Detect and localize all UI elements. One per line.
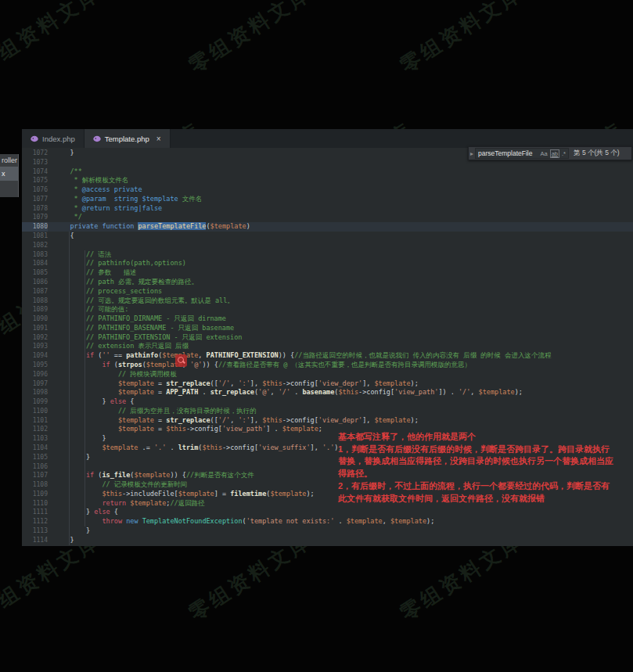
regex-icon[interactable]: .* xyxy=(562,150,566,157)
code-text xyxy=(48,158,54,167)
code-line-1112[interactable]: 1112 throw new TemplateNotFoundException… xyxy=(22,517,633,526)
line-number: 1099 xyxy=(22,397,48,407)
line-number: 1109 xyxy=(22,490,48,499)
code-text: $template .= '.' . ltrim($this->config['… xyxy=(48,444,343,453)
code-line-1078[interactable]: 1078 * @return string|false xyxy=(22,204,633,214)
popup-item[interactable]: x xyxy=(0,167,18,181)
code-line-1095[interactable]: 1095 if (strpos($template, '@')) {//查看路径… xyxy=(22,361,633,370)
code-line-1087[interactable]: 1087 // process_sections xyxy=(22,287,633,296)
tab-label: Index.php xyxy=(42,135,75,143)
line-number: 1100 xyxy=(22,407,48,416)
code-line-1084[interactable]: 1084 // pathinfo(path,options) xyxy=(22,259,633,268)
code-text: $template = str_replace(['/', ':'], $thi… xyxy=(48,379,419,389)
watermark-text: 零组资料文库 xyxy=(184,0,317,79)
code-line-1096[interactable]: 1096 // 跨模块调用模板 xyxy=(22,370,633,379)
line-number: 1092 xyxy=(22,333,48,343)
code-line-1081[interactable]: 1081 { xyxy=(22,232,633,241)
popup-item[interactable]: roller xyxy=(0,154,18,167)
code-line-1086[interactable]: 1086 // path 必需。规定要检查的路径。 xyxy=(22,278,633,287)
code-line-1076[interactable]: 1076 * @access private xyxy=(22,185,633,195)
code-line-1099[interactable]: 1099 } else { xyxy=(22,397,633,407)
line-number: 1076 xyxy=(22,185,48,195)
code-line-1114[interactable]: 1114 } xyxy=(22,536,633,545)
annotation-text: 基本都写注释了，他的作用就是两个1，判断是否有后缀没有后缀的时候，判断是否跨目录… xyxy=(338,431,633,505)
code-line-1098[interactable]: 1098 $template = APP_PATH . str_replace(… xyxy=(22,388,633,397)
code-text: * @access private xyxy=(48,185,142,195)
find-expand-chevron[interactable]: ▸ xyxy=(469,150,475,157)
line-number: 1090 xyxy=(22,314,48,324)
whole-word-icon[interactable]: ab xyxy=(550,149,559,158)
code-text: // 可选。规定要返回的数组元素。默认是 all。 xyxy=(48,296,234,306)
annotation-line: 2，有后缀时，不过上面的流程，执行一个都要经过的代码，判断是否有 xyxy=(338,480,633,493)
tab-close-icon[interactable]: × xyxy=(156,135,161,142)
line-number: 1094 xyxy=(22,351,48,361)
find-result-count: 第 5 个(共 5 个) xyxy=(574,149,620,158)
line-number: 1095 xyxy=(22,361,48,370)
code-line-1082[interactable]: 1082 xyxy=(22,241,633,250)
line-number: 1113 xyxy=(22,526,48,536)
line-number: 1103 xyxy=(22,434,48,444)
code-text: * 解析模板文件名 xyxy=(48,176,128,185)
code-line-1115[interactable]: 1115 xyxy=(22,545,633,546)
line-number: 1078 xyxy=(22,204,48,214)
tab-template-php[interactable]: Template.php× xyxy=(85,129,171,148)
line-number: 1086 xyxy=(22,278,48,287)
code-line-1088[interactable]: 1088 // 可选。规定要返回的数组元素。默认是 all。 xyxy=(22,296,633,306)
line-number: 1075 xyxy=(22,176,48,185)
code-line-1075[interactable]: 1075 * 解析模板文件名 xyxy=(22,176,633,185)
line-number: 1097 xyxy=(22,379,48,389)
line-number: 1077 xyxy=(22,195,48,204)
code-line-1091[interactable]: 1091 // PATHINFO_BASENAME - 只返回 basename xyxy=(22,324,633,333)
code-line-1097[interactable]: 1097 $template = str_replace(['/', ':'],… xyxy=(22,379,633,389)
screenshot-root: 零组资料文库零组资料文库零组资料文库零组资料文库零组资料文库零组资料文库零组资料… xyxy=(0,0,633,672)
line-number: 1074 xyxy=(22,167,48,177)
code-line-1100[interactable]: 1100 // 后缀为空并且，没有跨目录的时候，执行的 xyxy=(22,407,633,416)
code-text: // 可能的值: xyxy=(48,305,128,314)
code-text: return $template;//返回路径 xyxy=(48,499,205,508)
code-line-1101[interactable]: 1101 $template = str_replace(['/', ':'],… xyxy=(22,416,633,426)
annotation-line: 基本都写注释了，他的作用就是两个 xyxy=(338,431,633,444)
code-line-1111[interactable]: 1111 } else { xyxy=(22,508,633,517)
code-line-1093[interactable]: 1093 // extension 表示只返回 后缀 xyxy=(22,342,633,351)
tab-bar: Index.phpTemplate.php× xyxy=(22,129,633,148)
code-line-1113[interactable]: 1113 } xyxy=(22,526,633,536)
line-number: 1115 xyxy=(22,545,48,546)
line-number: 1073 xyxy=(22,158,48,167)
line-number: 1085 xyxy=(22,268,48,278)
code-line-1074[interactable]: 1074 /** xyxy=(22,167,633,177)
match-case-icon[interactable]: Aa xyxy=(540,150,547,157)
code-text: } xyxy=(48,526,90,536)
line-number: 1080 xyxy=(22,222,48,232)
line-number: 1082 xyxy=(22,241,48,250)
tab-label: Template.php xyxy=(105,135,149,143)
line-number: 1112 xyxy=(22,517,48,526)
code-text: // 记录模板文件的更新时间 xyxy=(48,480,187,490)
code-line-1085[interactable]: 1085 // 参数 描述 xyxy=(22,268,633,278)
line-number: 1087 xyxy=(22,287,48,296)
code-text: // PATHINFO_EXTENSION - 只返回 extension xyxy=(48,333,242,343)
code-text xyxy=(48,241,54,250)
code-text: } xyxy=(48,434,106,444)
code-line-1080[interactable]: 1080 private function parseTemplateFile(… xyxy=(22,222,633,232)
code-text: // 参数 描述 xyxy=(48,268,137,278)
code-text: if ('' == pathinfo($template, PATHINFO_E… xyxy=(48,351,551,361)
code-line-1079[interactable]: 1079 */ xyxy=(22,213,633,222)
code-line-1092[interactable]: 1092 // PATHINFO_EXTENSION - 只返回 extensi… xyxy=(22,333,633,343)
code-line-1094[interactable]: 1094 if ('' == pathinfo($template, PATHI… xyxy=(22,351,633,361)
code-line-1083[interactable]: 1083 // 语法 xyxy=(22,250,633,260)
find-input[interactable]: parseTemplateFile Aa ab .* xyxy=(475,148,569,159)
code-text: */ xyxy=(48,213,82,222)
code-line-1077[interactable]: 1077 * @param string $template 文件名 xyxy=(22,195,633,204)
line-number: 1104 xyxy=(22,444,48,453)
tab-index-php[interactable]: Index.php xyxy=(22,129,85,148)
code-line-1089[interactable]: 1089 // 可能的值: xyxy=(22,305,633,314)
code-text: } xyxy=(48,453,90,462)
annotation-line: 得路径。 xyxy=(338,468,633,480)
code-text xyxy=(48,462,54,472)
code-line-1090[interactable]: 1090 // PATHINFO_DIRNAME - 只返回 dirname xyxy=(22,314,633,324)
line-number: 1084 xyxy=(22,259,48,268)
code-text: // extension 表示只返回 后缀 xyxy=(48,342,189,351)
line-number: 1110 xyxy=(22,499,48,508)
annotation-line: 此文件有就获取文件时间，返回文件路径，没有就报错 xyxy=(338,493,633,505)
find-query-text: parseTemplateFile xyxy=(478,149,538,157)
